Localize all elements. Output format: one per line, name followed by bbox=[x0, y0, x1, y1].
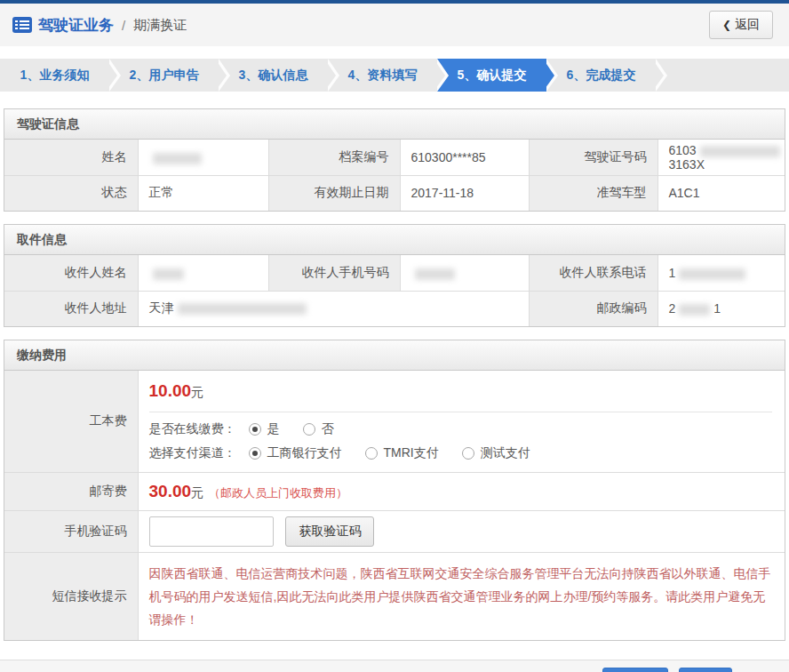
postage-note: （邮政人员上门收取费用） bbox=[209, 486, 347, 500]
pay-channel-question: 选择支付渠道： bbox=[149, 445, 236, 461]
page-title: 驾驶证业务 bbox=[38, 15, 114, 36]
breadcrumb: 驾驶证业务 / 期满换证 bbox=[12, 15, 187, 36]
recipient-address-value: 天津 bbox=[138, 291, 529, 326]
table-row: 状态 正常 有效期止日期 2017-11-18 准驾车型 A1C1 bbox=[4, 175, 785, 211]
channel-test-label: 测试支付 bbox=[481, 445, 530, 461]
license-section-title: 驾驶证信息 bbox=[4, 109, 785, 140]
online-pay-no-option[interactable]: 否 bbox=[303, 421, 334, 437]
postage-amount: 30.00 bbox=[149, 482, 192, 500]
recipient-mobile-label: 收件人手机号码 bbox=[268, 255, 400, 291]
back-label: 返回 bbox=[735, 17, 760, 33]
recipient-name-value bbox=[138, 255, 268, 291]
table-row: 手机验证码 获取验证码 bbox=[4, 511, 785, 553]
step-3-confirm-info[interactable]: 3、确认信息 bbox=[219, 59, 328, 92]
divider bbox=[149, 412, 773, 412]
sms-tip-label: 短信接收提示 bbox=[4, 553, 138, 641]
step-label: 4、资料填写 bbox=[348, 68, 418, 84]
channel-icbc-option[interactable]: 工商银行支付 bbox=[249, 445, 342, 461]
channel-test-option[interactable]: 测试支付 bbox=[462, 445, 530, 461]
file-no-label: 档案编号 bbox=[268, 140, 400, 175]
sms-code-cell: 获取验证码 bbox=[138, 511, 785, 553]
channel-icbc-label: 工商银行支付 bbox=[267, 445, 342, 461]
table-row: 短信接收提示 因陕西省联通、电信运营商技术问题，陕西省互联网交通安全综合服务管理… bbox=[4, 553, 785, 641]
file-no-value: 610300****85 bbox=[400, 140, 529, 175]
step-1-business-notice[interactable]: 1、业务须知 bbox=[0, 59, 109, 92]
sms-code-input[interactable] bbox=[149, 516, 274, 547]
pickup-info-section: 取件信息 收件人姓名 收件人手机号码 收件人联系电话 1 收件人地址 天津 邮政… bbox=[4, 224, 785, 327]
license-no-prefix: 6103 bbox=[669, 143, 697, 157]
recipient-mobile-value bbox=[400, 255, 529, 291]
breadcrumb-separator: / bbox=[122, 18, 125, 33]
sms-tip-cell: 因陕西省联通、电信运营商技术问题，陕西省互联网交通安全综合服务管理平台无法向持陕… bbox=[138, 553, 785, 641]
phone-prefix: 1 bbox=[669, 266, 676, 280]
fees-section-title: 缴纳费用 bbox=[4, 340, 785, 371]
postcode-suffix: 1 bbox=[713, 301, 721, 316]
step-label: 3、确认信息 bbox=[239, 68, 308, 84]
get-code-button[interactable]: 获取验证码 bbox=[285, 516, 374, 547]
postcode-prefix: 2 bbox=[669, 301, 676, 316]
name-label: 姓名 bbox=[4, 140, 138, 175]
name-value bbox=[138, 140, 268, 175]
license-no-suffix: 3163X bbox=[669, 157, 705, 172]
recipient-phone-label: 收件人联系电话 bbox=[529, 255, 658, 291]
license-info-section: 驾驶证信息 姓名 档案编号 610300****85 驾驶证号码 6103316… bbox=[4, 108, 785, 212]
recipient-phone-value: 1 bbox=[658, 255, 785, 291]
step-label: 6、完成提交 bbox=[567, 68, 636, 84]
production-fee-amount-row: 10.00元 bbox=[149, 381, 773, 401]
step-4-fill-data[interactable]: 4、资料填写 bbox=[328, 59, 437, 92]
step-breadcrumb: 1、业务须知 2、用户申告 3、确认信息 4、资料填写 5、确认提交 6、完成提… bbox=[0, 59, 789, 92]
radio-checked-icon bbox=[249, 447, 261, 460]
online-pay-question: 是否在线缴费： bbox=[149, 421, 236, 437]
step-5-confirm-submit[interactable]: 5、确认提交 bbox=[437, 59, 546, 92]
pickup-info-table: 收件人姓名 收件人手机号码 收件人联系电话 1 收件人地址 天津 邮政编码 21 bbox=[4, 255, 785, 326]
address-prefix: 天津 bbox=[149, 300, 174, 315]
channel-tmri-label: TMRI支付 bbox=[384, 445, 439, 461]
fees-section: 缴纳费用 工本费 10.00元 是否在线缴费： 是 否 bbox=[4, 340, 785, 641]
license-info-table: 姓名 档案编号 610300****85 驾驶证号码 61033163X 状态 … bbox=[4, 140, 785, 211]
postcode-label: 邮政编码 bbox=[529, 291, 658, 326]
breadcrumb-current: 期满换证 bbox=[133, 17, 187, 34]
previous-step-button[interactable]: 上一步 bbox=[602, 668, 668, 672]
back-button[interactable]: ❮ 返回 bbox=[709, 11, 773, 39]
step-label: 1、业务须知 bbox=[20, 68, 90, 84]
table-row: 姓名 档案编号 610300****85 驾驶证号码 61033163X bbox=[4, 140, 785, 175]
status-label: 状态 bbox=[4, 175, 138, 211]
license-no-label: 驾驶证号码 bbox=[529, 140, 658, 175]
back-chevron-icon: ❮ bbox=[722, 19, 731, 31]
online-pay-yes-label: 是 bbox=[267, 421, 280, 437]
table-row: 收件人地址 天津 邮政编码 21 bbox=[4, 291, 785, 326]
currency-unit: 元 bbox=[191, 385, 203, 399]
radio-unchecked-icon bbox=[462, 447, 474, 460]
pickup-section-title: 取件信息 bbox=[4, 225, 785, 255]
valid-until-value: 2017-11-18 bbox=[400, 175, 529, 211]
vehicle-class-label: 准驾车型 bbox=[529, 175, 658, 211]
sms-code-label: 手机验证码 bbox=[4, 511, 138, 553]
online-pay-no-label: 否 bbox=[322, 421, 334, 437]
channel-tmri-option[interactable]: TMRI支付 bbox=[365, 445, 439, 461]
production-fee-amount: 10.00 bbox=[149, 381, 192, 400]
status-value: 正常 bbox=[138, 175, 268, 211]
list-icon bbox=[12, 17, 32, 33]
step-6-complete-submit[interactable]: 6、完成提交 bbox=[546, 59, 656, 92]
recipient-address-label: 收件人地址 bbox=[4, 291, 138, 326]
radio-unchecked-icon bbox=[303, 423, 315, 436]
online-pay-yes-option[interactable]: 是 bbox=[249, 421, 280, 437]
production-fee-cell: 10.00元 是否在线缴费： 是 否 选择支付渠道： bbox=[138, 371, 785, 473]
postage-cell: 30.00元（邮政人员上门收取费用） bbox=[138, 473, 785, 511]
table-row: 邮寄费 30.00元（邮政人员上门收取费用） bbox=[4, 473, 785, 511]
redacted-name bbox=[153, 153, 202, 164]
table-row: 收件人姓名 收件人手机号码 收件人联系电话 1 bbox=[4, 255, 785, 291]
currency-unit: 元 bbox=[191, 485, 203, 500]
redacted-license-no bbox=[700, 146, 780, 157]
redacted-mobile bbox=[415, 268, 455, 280]
page-header: 驾驶证业务 / 期满换证 ❮ 返回 bbox=[0, 4, 789, 46]
step-bar-filler bbox=[656, 59, 789, 92]
step-label: 5、确认提交 bbox=[458, 68, 527, 84]
postage-label: 邮寄费 bbox=[4, 473, 138, 511]
step-2-user-declaration[interactable]: 2、用户申告 bbox=[109, 59, 219, 92]
postcode-value: 21 bbox=[658, 291, 785, 326]
vehicle-class-value: A1C1 bbox=[658, 175, 785, 211]
finish-button[interactable]: 完成 bbox=[679, 668, 732, 672]
online-pay-row: 是否在线缴费： 是 否 bbox=[149, 421, 773, 437]
license-no-value: 61033163X bbox=[658, 140, 785, 175]
